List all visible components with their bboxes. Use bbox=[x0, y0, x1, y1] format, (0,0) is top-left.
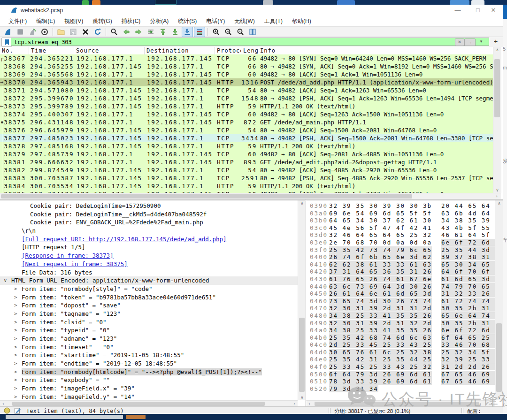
auto-scroll-icon[interactable] bbox=[182, 27, 193, 37]
filter-apply-icon[interactable]: → bbox=[464, 38, 476, 46]
go-forward-icon[interactable] bbox=[133, 27, 144, 37]
menu-item[interactable]: 统计(S) bbox=[173, 16, 201, 27]
go-top-icon[interactable] bbox=[157, 27, 169, 37]
detail-line[interactable]: >Form item: "imageField.y" = "14" bbox=[0, 393, 298, 401]
hex-bytes[interactable]: 32 30 31 39 2d 31 31 2d bbox=[329, 305, 432, 312]
hex-bytes[interactable]: 30 65 76 61 6c 25 32 38 bbox=[329, 349, 432, 356]
hex-bytes[interactable]: 46 61 64 5f 6d 61 69 6e bbox=[441, 231, 503, 238]
expander-icon[interactable]: > bbox=[14, 311, 17, 317]
hex-row[interactable]: 04f025 33 45 25 33 43 25 3231 2d 2d 26 6… bbox=[306, 363, 495, 371]
hex-bytes[interactable]: 32 39 35 30 39 30 30 3b bbox=[329, 202, 432, 209]
expander-icon[interactable]: > bbox=[14, 369, 17, 375]
hex-bytes[interactable]: 25 35 42 68 74 6d 6c 63 bbox=[329, 334, 432, 341]
expander-icon[interactable]: > bbox=[14, 344, 17, 350]
menu-item[interactable]: 视图(V) bbox=[60, 16, 88, 27]
filter-clear-icon[interactable]: ✕ bbox=[455, 38, 464, 46]
detail-line[interactable]: >Form item: "normbody[htmlcode]" = "--><… bbox=[0, 368, 298, 376]
column-header[interactable]: Source bbox=[74, 47, 145, 54]
hex-bytes[interactable]: 6f 64 65 25 35 44 3d 2d bbox=[441, 334, 503, 341]
detail-line[interactable]: >Form item: "dopost" = "save" bbox=[0, 301, 298, 310]
filter-dropdown-icon[interactable]: ▼ bbox=[479, 39, 483, 44]
go-to-packet-icon[interactable] bbox=[145, 27, 156, 37]
expander-icon[interactable]: > bbox=[14, 336, 17, 342]
packet-row[interactable]: 38384300.703534192.168.177.145192.168.17… bbox=[0, 182, 493, 190]
menu-item[interactable]: 编辑(E) bbox=[31, 16, 60, 27]
hex-bytes[interactable]: 43 4b 5f 55 52 4c 3d 25 bbox=[441, 224, 503, 231]
hex-row[interactable]: 043061 76 65 26 74 61 67 6e61 6d 65 3d 3… bbox=[306, 275, 495, 283]
hex-row[interactable]: 052079 3d 31 34 bbox=[306, 385, 495, 393]
hex-bytes[interactable]: 25 33 45 25 33 43 25 32 bbox=[329, 363, 432, 370]
hex-row[interactable]: 047032 30 31 39 2d 31 31 2d30 35 2b 31 3… bbox=[306, 305, 495, 312]
hex-bytes[interactable]: 74 79 70 65 69 64 3d 30 bbox=[441, 283, 503, 290]
close-button[interactable]: ✕ bbox=[484, 5, 503, 16]
restart-capture-icon[interactable] bbox=[27, 27, 38, 37]
packet-row[interactable]: 38382299.874549192.168.177.145192.168.17… bbox=[0, 166, 493, 174]
column-header[interactable]: No. bbox=[0, 47, 29, 54]
packet-row[interactable]: 38373←295.399789192.168.177.145192.168.1… bbox=[0, 102, 493, 110]
close-file-icon[interactable] bbox=[80, 27, 91, 37]
hex-row[interactable]: 049032 30 31 39 2d 31 32 2d30 35 2b 31 3… bbox=[306, 320, 495, 327]
hex-hscrollbar[interactable]: ‹ › bbox=[306, 400, 495, 406]
hex-row[interactable]: 042037 31 64 65 36 35 31 2664 6f 70 6f 7… bbox=[306, 268, 495, 275]
details-hscrollbar[interactable]: ‹ › bbox=[0, 400, 298, 406]
packet-list-vscrollbar[interactable]: ∧ ∨ bbox=[493, 47, 501, 193]
hex-bytes[interactable]: 63 6b 4d 64 35 3d 64 34 bbox=[441, 210, 503, 217]
hex-row[interactable]: 04a034 38 25 33 41 35 35 266e 6f 72 6d 6… bbox=[306, 327, 495, 334]
hex-bytes[interactable]: 61 72 74 74 69 6d 65 3d bbox=[441, 298, 503, 305]
find-packet-icon[interactable] bbox=[108, 27, 120, 37]
column-header[interactable]: Info bbox=[258, 47, 493, 54]
column-header[interactable]: Protocol bbox=[215, 47, 241, 54]
hex-bytes[interactable]: 33 46 70 68 70 2b 25 34 bbox=[441, 341, 503, 348]
zoom-in-icon[interactable] bbox=[210, 27, 222, 37]
detail-line[interactable]: [Next request in frame: 38375] bbox=[0, 260, 298, 268]
hex-bytes[interactable]: 30 35 2b 31 38 25 33 41 bbox=[441, 305, 503, 312]
colorize-icon[interactable] bbox=[194, 27, 205, 37]
hex-bytes[interactable]: 25 35 42 73 74 79 6c 65 bbox=[329, 246, 432, 253]
detail-line[interactable]: >Form item: "typeid" = "0" bbox=[0, 326, 298, 335]
taskbar-item[interactable] bbox=[126, 415, 146, 419]
detail-line[interactable]: >Form item: "normbody[style]" = "code" bbox=[0, 285, 298, 293]
hex-bytes[interactable]: 32 30 31 39 2d 31 32 2d bbox=[329, 320, 432, 327]
hex-bytes[interactable]: 45 4e 56 5f 47 4f 42 41 bbox=[329, 224, 432, 231]
column-header[interactable]: Time bbox=[29, 47, 74, 54]
hex-row[interactable]: 044063 6c 73 69 64 3d 30 2674 79 70 65 6… bbox=[306, 283, 495, 290]
expander-icon[interactable]: > bbox=[14, 394, 17, 400]
hex-bytes[interactable]: 64 65 34 30 37 62 61 30 bbox=[329, 217, 432, 224]
column-header[interactable]: Destination bbox=[145, 47, 215, 54]
hex-row[interactable]: 046073 65 74 3d 30 26 73 7461 72 74 74 6… bbox=[306, 298, 495, 305]
filter-add-button[interactable]: + bbox=[492, 38, 499, 46]
hex-bytes[interactable]: 67 65 46 69 65 6c 64 2e bbox=[441, 378, 503, 385]
expander-icon[interactable]: > bbox=[14, 385, 17, 391]
hex-vscrollbar-thumb[interactable] bbox=[496, 323, 502, 392]
menu-item[interactable]: 捕获(C) bbox=[117, 16, 146, 27]
detail-line[interactable]: >Form item: "endtime" = "2019-12-05 18:4… bbox=[0, 359, 298, 368]
hex-bytes[interactable]: 37 31 64 65 36 35 31 26 bbox=[329, 268, 432, 275]
hex-bytes[interactable]: 78 3d 33 39 26 69 6d 61 bbox=[329, 378, 432, 385]
hex-row[interactable]: 048034 38 25 33 41 35 35 2665 6e 64 74 6… bbox=[306, 312, 495, 320]
detail-line[interactable]: \r\n bbox=[0, 227, 298, 235]
hex-row[interactable]: 040026 74 6f 6b 65 6e 3d 6239 37 38 31 6… bbox=[306, 253, 495, 261]
packet-row[interactable]: 38375●296.431148192.168.177.1192.168.177… bbox=[0, 118, 493, 126]
filter-bookmark-icon[interactable] bbox=[1, 38, 12, 47]
menu-item[interactable]: 分析(A) bbox=[145, 16, 173, 27]
hex-row[interactable]: 03a069 6e 54 69 6d 65 5f 5f63 6b 4d 64 3… bbox=[306, 210, 495, 217]
hex-bytes[interactable]: 65 6e 64 74 69 6d 65 3d bbox=[441, 312, 503, 319]
display-filter-value[interactable]: tcp.stream eq 303 bbox=[14, 39, 72, 46]
hex-bytes[interactable]: 32 46 64 65 64 65 25 32 bbox=[329, 231, 432, 238]
menu-item[interactable]: 无线(W) bbox=[230, 16, 259, 27]
detail-line[interactable]: >Form item: "expbody" = "" bbox=[0, 376, 298, 384]
hex-bytes[interactable]: 6f 64 79 3d 26 69 6d 61 bbox=[329, 371, 432, 378]
hex-bytes[interactable]: 63 6c 73 69 64 3d 30 26 bbox=[329, 283, 432, 290]
wireshark-start-icon[interactable] bbox=[2, 27, 14, 37]
hex-bytes[interactable]: 26 61 64 6e 61 6d 65 3d bbox=[329, 290, 432, 297]
hex-vscrollbar[interactable]: ∧ ∨ bbox=[495, 200, 503, 400]
hex-bytes[interactable]: 61 76 65 26 74 61 67 6e bbox=[329, 275, 432, 283]
taskbar-item[interactable] bbox=[6, 415, 123, 419]
hex-bytes[interactable]: 73 65 74 3d 30 26 73 74 bbox=[329, 298, 432, 305]
hex-row[interactable]: 03d032 46 64 65 64 65 25 3246 61 64 5f 6… bbox=[306, 231, 495, 239]
stop-capture-icon[interactable] bbox=[15, 27, 26, 37]
hex-row[interactable]: 03b064 65 34 30 37 62 61 3034 38 35 39 3… bbox=[306, 217, 495, 224]
zoom-reset-icon[interactable] bbox=[235, 27, 246, 37]
detail-line[interactable]: ∨HTML Form URL Encoded: application/x-ww… bbox=[0, 276, 298, 285]
hex-bytes[interactable]: 25 35 44 3d 63 6f 64 65 bbox=[441, 246, 503, 253]
